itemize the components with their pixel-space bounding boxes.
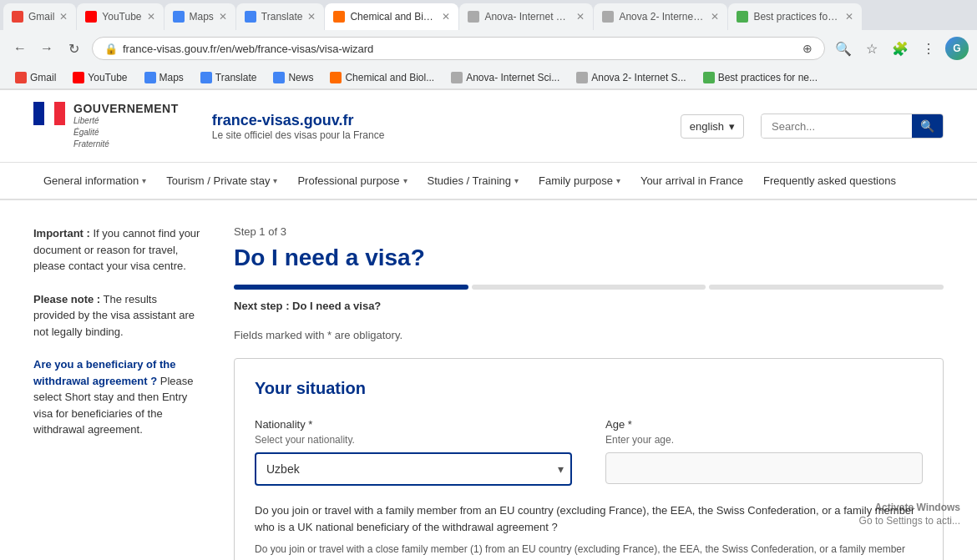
translate-page-icon[interactable]: ⊕ [802,42,812,55]
profile-avatar[interactable]: G [945,37,969,60]
address-bar[interactable]: 🔒 france-visas.gouv.fr/en/web/france-vis… [92,37,825,60]
tab-youtube[interactable]: YouTube ✕ [77,3,163,30]
tab-anova2[interactable]: Anova 2- Internet S... ✕ [594,3,727,30]
age-label: Age * [605,418,923,431]
form-card-title: Your situation [255,379,923,398]
tab-best[interactable]: Best practices for ne... ✕ [728,3,862,30]
site-header-right: english ▾ 🔍 [681,114,944,139]
site-brand-tagline: Le site officiel des visas pour la Franc… [212,129,647,141]
tab-translate[interactable]: Translate ✕ [236,3,325,30]
bookmark-anova1[interactable]: Anova- Internet Sci... [444,69,566,86]
tab-close-gmail[interactable]: ✕ [59,11,68,23]
bookmark-maps[interactable]: Maps [138,69,190,86]
site-brand-name: france-visas.gouv.fr [212,112,647,129]
bookmarks-bar: Gmail YouTube Maps Translate News Chemic… [0,67,977,89]
nav-item-general[interactable]: General information ▾ [33,163,156,199]
tab-anova1[interactable]: Anova- Internet Sci... ✕ [459,3,593,30]
tab-maps[interactable]: Maps ✕ [165,3,235,30]
progress-bar [234,285,944,290]
browser-toolbar: ← → ↻ 🔒 france-visas.gouv.fr/en/web/fran… [0,30,977,67]
tab-close-translate[interactable]: ✕ [307,11,316,23]
progress-segment-2 [472,285,706,290]
nationality-sublabel: Select your nationality. [255,434,572,446]
chevron-down-icon: ▾ [142,176,146,185]
bookmark-label-gmail: Gmail [30,72,56,83]
fields-note: Fields marked with * are obligatory. [234,329,944,341]
nav-item-professional[interactable]: Professional purpose ▾ [287,163,417,199]
form-group-age: Age * Enter your age. [605,418,923,486]
bookmark-label-chemical: Chemical and Biol... [345,72,434,83]
tab-label-youtube: YouTube [102,11,141,23]
bookmark-youtube[interactable]: YouTube [66,69,134,86]
page-title: Do I need a visa? [234,245,944,271]
eu-travel-question: Do you join or travel with a family memb… [255,502,923,535]
bookmark-chemical[interactable]: Chemical and Biol... [323,69,441,86]
nav-item-family[interactable]: Family purpose ▾ [529,163,630,199]
address-bar-url[interactable]: france-visas.gouv.fr/en/web/france-visas… [123,43,797,55]
bookmark-icon[interactable]: ☆ [860,37,883,60]
nationality-select[interactable]: Uzbek [255,452,572,486]
forward-icon[interactable]: → [35,37,58,60]
sidebar-beneficiary: Are you a beneficiary of the withdrawal … [33,356,200,438]
search-labs-icon[interactable]: 🔍 [832,37,855,60]
tab-label-chemical: Chemical and Bio... [350,11,437,23]
tab-favicon-anova2 [602,11,614,23]
site-header: GOUVERNEMENT Liberté Égalité Fraternité … [0,90,977,163]
bookmark-gmail[interactable]: Gmail [8,69,63,86]
age-input[interactable] [605,452,923,484]
lang-label: english [690,120,724,133]
tab-label-anova1: Anova- Internet Sci... [484,11,571,23]
nationality-label: Nationality * [255,418,572,431]
tab-gmail[interactable]: Gmail ✕ [3,3,76,30]
back-icon[interactable]: ← [8,37,32,60]
bookmark-news[interactable]: News [266,69,320,86]
bookmark-favicon-chemical [330,72,342,83]
govt-logo: GOUVERNEMENT Liberté Égalité Fraternité [33,102,179,150]
bookmark-label-maps: Maps [159,72,184,83]
tab-close-best[interactable]: ✕ [845,11,853,23]
chevron-down-icon: ▾ [514,176,519,185]
nav-item-faq[interactable]: Frequently asked questions [753,163,906,199]
bookmark-anova2[interactable]: Anova 2- Internet S... [569,69,692,86]
sidebar-important: Important : If you cannot find your docu… [33,225,200,275]
french-flag-icon [33,102,65,125]
lock-icon: 🔒 [104,43,118,55]
bookmark-translate[interactable]: Translate [194,69,264,86]
progress-segment-1 [234,285,468,290]
tab-close-youtube[interactable]: ✕ [147,11,155,23]
tab-close-chemical[interactable]: ✕ [442,11,450,23]
age-sublabel: Enter your age. [605,434,923,446]
progress-segment-3 [709,285,944,290]
nav-item-studies[interactable]: Studies / Training ▾ [418,163,529,199]
govt-motto: Liberté Égalité Fraternité [73,115,179,150]
tab-label-best: Best practices for ne... [753,11,840,23]
bookmark-favicon-anova1 [451,72,463,83]
search-button[interactable]: 🔍 [912,114,943,138]
extensions-icon[interactable]: 🧩 [888,37,912,60]
bookmark-best[interactable]: Best practices for ne... [696,69,824,86]
svg-rect-1 [44,102,54,125]
bookmark-favicon-translate [200,72,212,83]
tab-close-maps[interactable]: ✕ [219,11,227,23]
reload-icon[interactable]: ↻ [62,37,85,60]
chevron-down-icon: ▾ [616,176,620,185]
search-input[interactable] [762,115,912,138]
nav-item-arrival[interactable]: Your arrival in France [630,163,753,199]
tab-chemical[interactable]: Chemical and Bio... ✕ [325,3,458,30]
tab-favicon-chemical [333,11,345,23]
nav-item-tourism[interactable]: Tourism / Private stay ▾ [156,163,287,199]
tab-label-anova2: Anova 2- Internet S... [619,11,706,23]
bookmark-label-news: News [288,72,313,83]
sidebar-note: Please note : The results provided by th… [33,291,200,341]
eu-travel-sub: Do you join or travel with a close famil… [255,542,923,560]
tab-favicon-youtube [85,11,97,23]
tab-favicon-maps [173,11,185,23]
search-box: 🔍 [761,114,944,139]
language-selector[interactable]: english ▾ [681,114,744,139]
menu-icon[interactable]: ⋮ [917,37,940,60]
tab-close-anova2[interactable]: ✕ [711,11,719,23]
bookmark-label-youtube: YouTube [88,72,127,83]
tabs-bar: Gmail ✕ YouTube ✕ Maps ✕ Translate ✕ Che… [0,0,977,30]
tab-label-maps: Maps [190,11,214,23]
tab-close-anova1[interactable]: ✕ [576,11,585,23]
